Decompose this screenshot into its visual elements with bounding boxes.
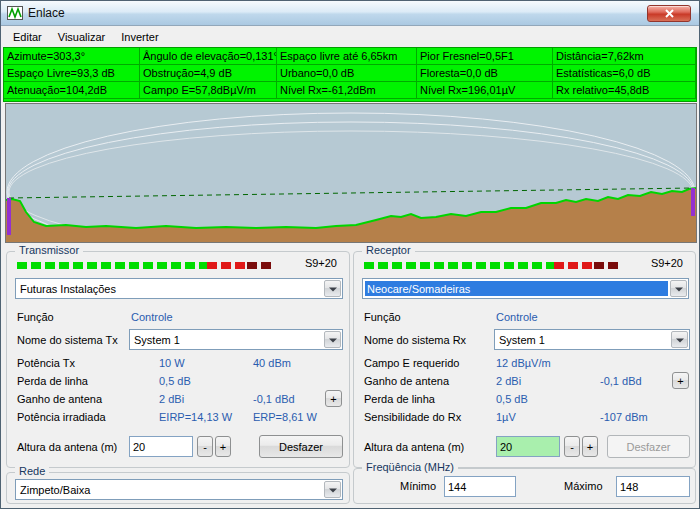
rx-antenna-gain-dbd: -0,1 dBd [600, 375, 642, 387]
rx-meter-green-segments [364, 262, 554, 269]
rx-required-field-value: 12 dBµV/m [496, 357, 551, 369]
transmitter-group: Transmissor S9+20 Futuras Instalações Fu… [6, 251, 350, 468]
tx-antenna-gain-label: Ganho de antena [17, 393, 102, 405]
rx-antenna-gain-plus-button[interactable]: + [672, 372, 689, 389]
rx-meter-red-segments [554, 262, 594, 269]
titlebar[interactable]: Enlace [1, 1, 699, 26]
tx-station-combo[interactable]: Futuras Instalações [15, 278, 343, 299]
rx-antenna-height-input[interactable] [496, 436, 560, 457]
info-free-space-range: Espaço livre até 6,65km [277, 48, 417, 65]
tx-meter-red-segments [207, 262, 247, 269]
receiver-group: Receptor S9+20 Neocare/Somadeiras Função… [353, 251, 696, 468]
info-urban: Urbano=0,0 dB [277, 65, 417, 82]
frequency-max-input[interactable] [616, 476, 690, 497]
app-icon [7, 5, 23, 21]
rx-antenna-marker [691, 188, 695, 216]
rx-sensitivity-uv: 1µV [496, 411, 516, 423]
menu-inverter[interactable]: Inverter [113, 29, 166, 45]
tx-eirp-value: EIRP=14,13 W [159, 411, 232, 423]
rx-system-value: System 1 [499, 334, 545, 346]
menu-editar[interactable]: Editar [5, 29, 50, 45]
tx-smeter-value: S9+20 [305, 257, 337, 269]
info-rx-level-dbm: Nível Rx=-61,2dBm [277, 82, 417, 99]
tx-line-loss-label: Perda de linha [17, 375, 88, 387]
tx-funcao-value: Controle [131, 311, 173, 323]
tx-antenna-gain-dbd: -0,1 dBd [253, 393, 295, 405]
info-forest: Floresta=0,0 dB [417, 65, 553, 82]
frequency-min-label: Mínimo [400, 480, 436, 492]
info-free-space-loss: Espaço Livre=93,3 dB [4, 65, 140, 82]
chevron-down-icon[interactable] [671, 331, 688, 348]
rx-funcao-label: Função [364, 311, 401, 323]
tx-system-combo[interactable]: System 1 [129, 329, 343, 350]
rx-system-combo[interactable]: System 1 [494, 329, 690, 350]
rx-required-field-label: Campo E requerido [364, 357, 459, 369]
tx-antenna-height-label: Altura da antena (m) [17, 441, 117, 453]
tx-signal-meter [17, 262, 275, 269]
rx-height-plus-button[interactable]: + [582, 436, 598, 457]
tx-power-watts: 10 W [159, 357, 185, 369]
rx-line-loss-label: Perda de linha [364, 393, 435, 405]
tx-antenna-height-input[interactable] [129, 436, 193, 457]
rx-funcao-value: Controle [496, 311, 538, 323]
info-attenuation: Atenuação=104,2dB [4, 82, 140, 99]
tx-antenna-gain-plus-button[interactable]: + [325, 390, 342, 407]
network-combo[interactable]: Zimpeto/Baixa [15, 479, 343, 500]
frequency-group-title: Freqüência (MHz) [362, 461, 458, 473]
tx-antenna-gain-dbi: 2 dBi [159, 393, 184, 405]
info-rx-relative: Rx relativo=45,8dB [553, 82, 696, 99]
network-group: Rede Zimpeto/Baixa [6, 472, 350, 504]
info-azimuth: Azimute=303,3° [4, 48, 140, 65]
tx-funcao-label: Função [17, 311, 54, 323]
info-field-e: Campo E=57,8dBµV/m [140, 82, 277, 99]
tx-height-plus-button[interactable]: + [215, 436, 231, 457]
link-info-grid: Azimute=303,3° Ângulo de elevação=0,131°… [3, 47, 697, 102]
tx-undo-button[interactable]: Desfazer [259, 435, 343, 458]
receiver-group-title: Receptor [362, 244, 415, 256]
rx-antenna-gain-dbi: 2 dBi [496, 375, 521, 387]
network-group-title: Rede [15, 465, 49, 477]
close-icon [665, 9, 674, 18]
tx-power-label: Potência Tx [17, 357, 75, 369]
tx-height-minus-button[interactable]: - [197, 436, 213, 457]
chevron-down-icon[interactable] [324, 331, 341, 348]
network-value: Zimpeto/Baixa [20, 484, 90, 496]
chevron-down-icon[interactable] [324, 280, 341, 297]
tx-power-dbm: 40 dBm [253, 357, 291, 369]
terrain-profile-chart[interactable] [5, 103, 697, 243]
rx-smeter-value: S9+20 [651, 257, 683, 269]
close-button[interactable] [647, 5, 691, 22]
rx-station-combo[interactable]: Neocare/Somadeiras [362, 278, 689, 299]
info-obstruction: Obstrução=4,9 dB [140, 65, 277, 82]
tx-meter-dark-segments [247, 262, 275, 269]
frequency-max-label: Máximo [564, 480, 603, 492]
enlace-window: Enlace Editar Visualizar Inverter Azimut… [0, 0, 700, 509]
info-distance: Distância=7,62km [553, 48, 696, 65]
rx-meter-dark-segments [594, 262, 622, 269]
info-statistics: Estatísticas=6,0 dB [553, 65, 696, 82]
tx-erp-value: ERP=8,61 W [253, 411, 317, 423]
tx-system-value: System 1 [134, 334, 180, 346]
rx-signal-meter [364, 262, 622, 269]
tx-station-value: Futuras Instalações [20, 283, 116, 295]
tx-meter-green-segments [17, 262, 207, 269]
chevron-down-icon[interactable] [670, 280, 687, 297]
rx-undo-button: Desfazer [607, 435, 690, 458]
rx-height-minus-button[interactable]: - [564, 436, 580, 457]
rx-line-loss-value: 0,5 dB [496, 393, 528, 405]
rx-sensitivity-dbm: -107 dBm [600, 411, 648, 423]
rx-station-value: Neocare/Somadeiras [365, 281, 668, 296]
tx-antenna-marker [7, 198, 11, 235]
frequency-min-input[interactable] [444, 476, 516, 497]
rx-antenna-gain-label: Ganho de antena [364, 375, 449, 387]
transmitter-group-title: Transmissor [15, 244, 83, 256]
info-rx-level-uv: Nível Rx=196,01µV [417, 82, 553, 99]
window-title: Enlace [28, 6, 65, 20]
rx-system-label: Nome do sistema Rx [364, 334, 466, 346]
menu-bar: Editar Visualizar Inverter [1, 26, 699, 47]
tx-radiated-power-label: Potência irradiada [17, 411, 106, 423]
chevron-down-icon[interactable] [324, 481, 341, 498]
terrain-profile-svg [6, 104, 696, 242]
menu-visualizar[interactable]: Visualizar [50, 29, 114, 45]
info-worst-fresnel: Pior Fresnel=0,5F1 [417, 48, 553, 65]
